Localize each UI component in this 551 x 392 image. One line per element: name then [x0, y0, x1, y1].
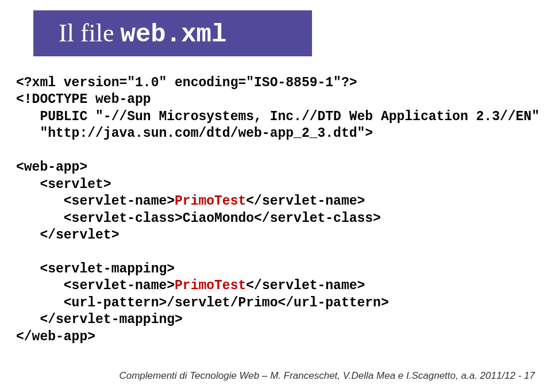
- slide-footer: Complementi di Tecnologie Web – M. Franc…: [119, 370, 535, 382]
- code-line: <servlet-name>: [16, 278, 175, 293]
- title-prefix: Il file: [59, 19, 121, 47]
- slide-title: Il file web.xml: [59, 18, 226, 49]
- servlet-name-value: PrimoTest: [175, 278, 246, 293]
- code-line: <servlet-name>: [16, 194, 175, 209]
- code-line: <!DOCTYPE web-app: [16, 92, 151, 107]
- code-line: <?xml version="1.0" encoding="ISO-8859-1…: [16, 75, 357, 90]
- servlet-name-value: PrimoTest: [175, 194, 246, 209]
- code-line: <web-app>: [16, 160, 87, 175]
- code-line: </servlet-mapping>: [16, 312, 183, 327]
- title-banner: Il file web.xml: [33, 10, 312, 56]
- code-line: </servlet-name>: [246, 194, 365, 209]
- code-line: </web-app>: [16, 329, 95, 344]
- code-line: PUBLIC "-//Sun Microsystems, Inc.//DTD W…: [16, 109, 540, 124]
- code-line: <servlet-mapping>: [16, 262, 175, 276]
- title-filename: web.xml: [121, 20, 227, 49]
- code-line: <url-pattern>/servlet/Primo</url-pattern…: [16, 295, 389, 310]
- code-line: <servlet-class>CiaoMondo</servlet-class>: [16, 211, 381, 226]
- code-line: <servlet>: [16, 177, 111, 192]
- code-line: "http://java.sun.com/dtd/web-app_2_3.dtd…: [16, 126, 373, 141]
- code-line: </servlet-name>: [246, 278, 365, 293]
- code-line: </servlet>: [16, 228, 119, 243]
- code-block: <?xml version="1.0" encoding="ISO-8859-1…: [16, 75, 535, 345]
